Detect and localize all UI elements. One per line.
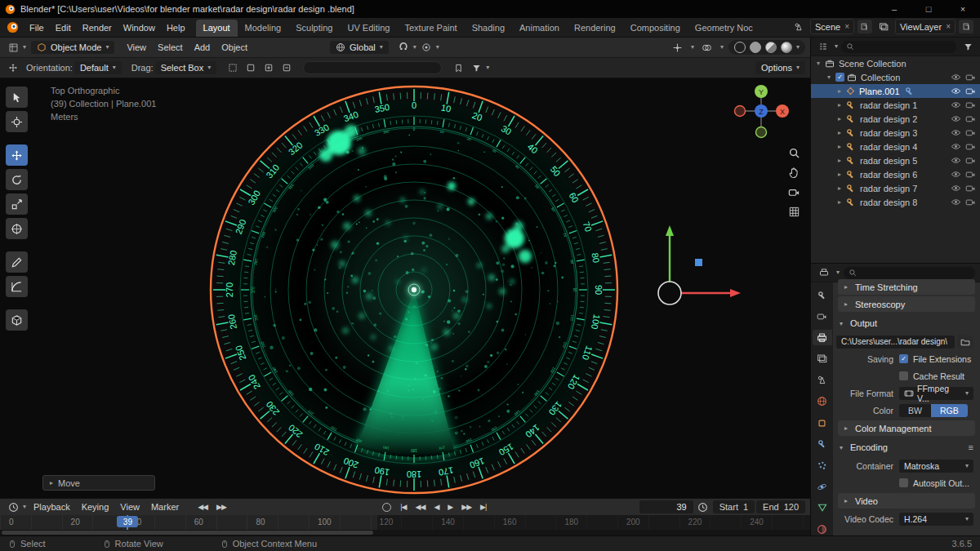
eye-toggle-icon[interactable] xyxy=(951,197,961,207)
auto-keying-clock-icon[interactable] xyxy=(695,500,711,514)
new-scene-icon[interactable] xyxy=(858,20,872,33)
preset-menu-icon[interactable]: ≡ xyxy=(969,442,973,452)
eye-toggle-icon[interactable] xyxy=(951,127,961,138)
workspace-tab-shading[interactable]: Shading xyxy=(465,20,512,37)
folder-browse-icon[interactable] xyxy=(957,335,973,349)
expand-caret-icon[interactable]: ▸ xyxy=(835,171,844,178)
outliner-row[interactable]: ▸radar design 8 xyxy=(811,195,980,209)
timeline-scrollbar[interactable] xyxy=(0,530,810,535)
frame-start-field[interactable]: Start 1 xyxy=(713,500,755,513)
move-gizmo[interactable] xyxy=(649,221,747,315)
dropdown-container[interactable]: Matroska▾ xyxy=(899,460,973,473)
expand-caret-icon[interactable]: ▸ xyxy=(835,198,844,206)
move-tool[interactable] xyxy=(6,144,28,166)
show-overlays-icon[interactable] xyxy=(699,40,715,55)
properties-tab-render[interactable] xyxy=(813,309,832,324)
prev-keyframe-icon[interactable]: ◀◀ xyxy=(412,501,429,513)
dropdown-file-format[interactable]: FFmpeg V...▾ xyxy=(899,387,973,400)
orientation-dropdown[interactable]: Global ▾ xyxy=(330,41,389,54)
rotate-tool[interactable] xyxy=(6,169,28,190)
expand-caret-icon[interactable]: ▸ xyxy=(835,184,844,192)
playhead[interactable]: 39 xyxy=(127,515,128,530)
scene-unlink-icon[interactable]: × xyxy=(844,22,849,31)
section-stereoscopy[interactable]: ▸Stereoscopy xyxy=(838,296,975,312)
timeline-editor-icon[interactable] xyxy=(5,500,21,514)
scrollbar-thumb[interactable] xyxy=(2,531,373,535)
camera-toggle-icon[interactable] xyxy=(965,100,976,110)
jump-to-start-icon[interactable]: |◀ xyxy=(397,501,409,513)
snap-caret-icon[interactable]: ▾ xyxy=(413,44,416,51)
proportional-caret-icon[interactable]: ▾ xyxy=(436,44,439,51)
eye-toggle-icon[interactable] xyxy=(951,100,961,110)
outliner-row[interactable]: ▸radar design 1 xyxy=(811,98,980,112)
expand-caret-icon[interactable]: ▾ xyxy=(825,73,833,81)
menu-edit[interactable]: Edit xyxy=(50,20,77,37)
workspace-tab-compositing[interactable]: Compositing xyxy=(623,20,688,37)
eye-toggle-icon[interactable] xyxy=(951,169,961,180)
viewlayer-selector[interactable]: ViewLayer × xyxy=(895,19,956,34)
outliner-editor-icon[interactable] xyxy=(815,39,831,54)
options-dropdown[interactable]: Options ▾ xyxy=(755,61,805,74)
filter-caret-icon[interactable]: ▾ xyxy=(486,64,489,71)
eye-toggle-icon[interactable] xyxy=(951,155,961,166)
timeline-menu-keying[interactable]: Keying xyxy=(76,499,115,516)
proportional-edit-icon[interactable] xyxy=(418,40,434,55)
cursor-tool[interactable] xyxy=(6,111,28,132)
properties-tab-particles[interactable] xyxy=(813,458,832,473)
properties-editor-caret-icon[interactable]: ▾ xyxy=(836,269,840,276)
properties-tab-object[interactable] xyxy=(813,415,832,430)
camera-toggle-icon[interactable] xyxy=(965,86,976,96)
camera-toggle-icon[interactable] xyxy=(965,141,976,152)
section-time-stretching[interactable]: ▸Time Stretching xyxy=(838,279,975,295)
properties-tab-modifiers[interactable] xyxy=(813,437,832,452)
shading-rendered-icon[interactable] xyxy=(781,42,792,53)
camera-toggle-icon[interactable] xyxy=(965,197,976,207)
output-path-field[interactable]: C:\Users\user...\radar design\ xyxy=(836,335,955,349)
checkbox-file-extensions[interactable]: ✓ xyxy=(899,354,908,363)
outliner-row[interactable]: ▸radar design 7 xyxy=(811,181,980,195)
annotate-tool[interactable] xyxy=(6,251,28,273)
color-option-rgb[interactable]: RGB xyxy=(931,404,968,417)
properties-tab-scene[interactable] xyxy=(813,372,832,388)
camera-view-icon[interactable] xyxy=(788,186,800,198)
outliner-row[interactable]: ▸radar design 3 xyxy=(811,126,980,140)
maximize-button[interactable]: □ xyxy=(911,0,946,18)
show-gizmo-icon[interactable] xyxy=(670,40,686,55)
eye-toggle-icon[interactable] xyxy=(951,72,961,82)
properties-tab-physics[interactable] xyxy=(813,479,832,495)
color-option-bw[interactable]: BW xyxy=(899,404,931,417)
expand-caret-icon[interactable]: ▸ xyxy=(835,115,844,122)
expand-caret-icon[interactable]: ▾ xyxy=(814,60,822,67)
workspace-tab-geometry-noc[interactable]: Geometry Noc xyxy=(688,20,760,37)
mode-dropdown[interactable]: Object Mode ▾ xyxy=(31,41,114,54)
viewport-3d[interactable]: 0010102020303040405050606070708080909010… xyxy=(0,78,810,498)
camera-toggle-icon[interactable] xyxy=(965,155,976,166)
frame-end-field[interactable]: End 120 xyxy=(756,500,805,513)
section-video[interactable]: ▸Video xyxy=(838,493,975,509)
outliner-row[interactable]: ▸Plane.001 xyxy=(811,84,980,98)
transform-tool[interactable] xyxy=(6,218,28,239)
collection-checkbox[interactable]: ✓ xyxy=(835,73,844,82)
workspace-tab-rendering[interactable]: Rendering xyxy=(567,20,623,37)
properties-tab-material[interactable] xyxy=(813,522,832,535)
menu-window[interactable]: Window xyxy=(118,20,161,37)
axis-z-ball[interactable]: Z xyxy=(759,108,764,116)
properties-tab-tool[interactable] xyxy=(813,287,832,303)
axis-y-neg-ball[interactable] xyxy=(756,127,767,138)
viewlayer-browse-icon[interactable] xyxy=(875,20,892,34)
current-frame-chip[interactable]: 39 xyxy=(117,516,138,527)
outliner-search[interactable] xyxy=(841,41,956,53)
workspace-tab-animation[interactable]: Animation xyxy=(512,20,567,37)
new-viewlayer-icon[interactable] xyxy=(959,20,973,33)
properties-editor-icon[interactable] xyxy=(816,265,832,280)
outliner-row[interactable]: ▸radar design 5 xyxy=(811,153,980,167)
workspace-tab-uv-editing[interactable]: UV Editing xyxy=(340,20,397,37)
menu-render[interactable]: Render xyxy=(77,20,118,37)
outliner-filter-icon[interactable] xyxy=(960,39,976,54)
select-mode-icon[interactable] xyxy=(225,60,241,75)
camera-toggle-icon[interactable] xyxy=(965,113,976,124)
measure-tool[interactable] xyxy=(6,276,28,297)
expand-caret-icon[interactable]: ▸ xyxy=(835,129,844,136)
pan-hand-icon[interactable] xyxy=(788,167,800,179)
section-output[interactable]: ▾Output xyxy=(833,313,980,333)
